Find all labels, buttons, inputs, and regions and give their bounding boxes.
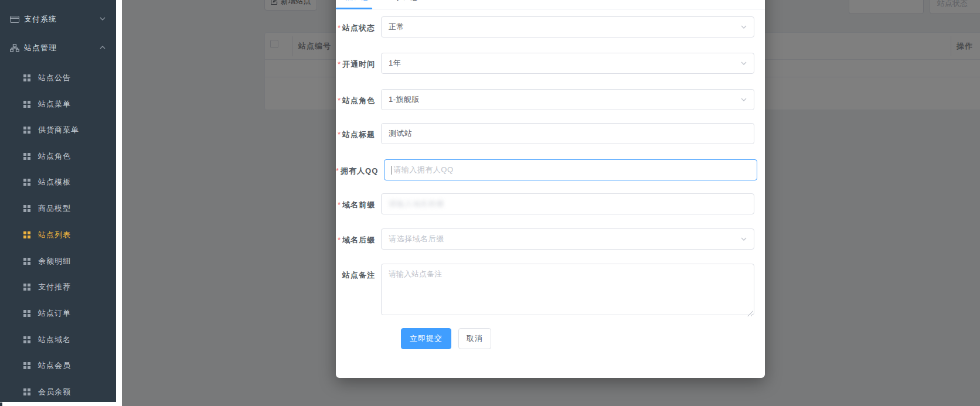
- sidebar-item-label: 站点模板: [38, 177, 71, 187]
- tab-login-info[interactable]: 登录信息: [386, 0, 419, 5]
- field-label: *站点角色: [336, 89, 375, 110]
- required-marker: *: [338, 130, 341, 139]
- sidebar-gutter: [116, 0, 122, 406]
- grid-icon: [23, 74, 30, 81]
- domain-prefix-placeholder: 请输入域名前缀: [389, 199, 444, 209]
- sidebar-item-member-balance[interactable]: 会员余额: [0, 383, 116, 401]
- cancel-button-label: 取消: [467, 333, 483, 344]
- sidebar-item-supplier-menu[interactable]: 供货商菜单: [0, 121, 116, 139]
- sidebar-item-balance-detail[interactable]: 余额明细: [0, 253, 116, 270]
- grid-icon: [23, 310, 30, 317]
- form-row-site-title: *站点标题 测试站: [336, 123, 765, 144]
- sidebar-item-site-orders[interactable]: 站点订单: [0, 305, 116, 322]
- grid-icon: [23, 127, 30, 134]
- site-remark-textarea[interactable]: [381, 264, 754, 315]
- required-marker: *: [338, 60, 341, 69]
- site-title-value: 测试站: [389, 128, 413, 139]
- text-caret: [392, 166, 392, 175]
- grid-icon: [23, 336, 30, 343]
- sidebar-item-label: 站点域名: [38, 335, 71, 345]
- sidebar-item-label: 商品模型: [38, 203, 71, 214]
- sitemap-icon: [10, 44, 19, 52]
- sidebar-group-label: 支付系统: [24, 14, 57, 25]
- owner-qq-input[interactable]: 请输入拥有人QQ: [384, 159, 757, 180]
- domain-suffix-placeholder: 请选择域名后缀: [389, 234, 444, 244]
- site-role-select[interactable]: 1-旗舰版: [381, 89, 754, 110]
- field-label: *域名后缀: [336, 228, 375, 250]
- grid-icon: [23, 101, 30, 108]
- submit-button[interactable]: 立即提交: [401, 328, 451, 349]
- field-label: *开通时间: [336, 53, 375, 74]
- grid-icon: [23, 284, 30, 291]
- field-label: *拥有人QQ: [336, 159, 378, 180]
- required-marker: *: [338, 23, 341, 32]
- required-marker: *: [336, 166, 339, 175]
- sidebar-item-label: 余额明细: [38, 256, 71, 267]
- required-marker: *: [338, 200, 341, 209]
- sidebar-item-label: 站点公告: [38, 73, 71, 83]
- sidebar-item-site-list[interactable]: 站点列表: [0, 226, 116, 244]
- sidebar-item-site-announcement[interactable]: 站点公告: [0, 69, 116, 87]
- grid-icon: [23, 388, 30, 395]
- sidebar-item-site-members[interactable]: 站点会员: [0, 357, 116, 374]
- owner-qq-placeholder: 请输入拥有人QQ: [393, 165, 453, 175]
- sidebar-group-payment-system[interactable]: 支付系统: [0, 11, 116, 28]
- dialog-tabs: 站点信息 登录信息: [336, 0, 765, 9]
- form-row-domain-prefix: *域名前缀 请输入域名前缀: [336, 193, 765, 214]
- domain-suffix-select[interactable]: 请选择域名后缀: [381, 228, 754, 250]
- field-label: 站点备注: [336, 264, 375, 318]
- grid-icon: [23, 179, 30, 186]
- chevron-up-icon: [100, 46, 106, 49]
- sidebar-item-label: 供货商菜单: [38, 125, 79, 135]
- sidebar-item-site-template[interactable]: 站点模板: [0, 173, 116, 191]
- tab-site-info[interactable]: 站点信息: [337, 0, 370, 5]
- site-status-select[interactable]: 正常: [381, 16, 754, 37]
- credit-card-icon: [10, 16, 19, 23]
- form-row-owner-qq: *拥有人QQ 请输入拥有人QQ: [336, 159, 765, 180]
- form-row-site-role: *站点角色 1-旗舰版: [336, 89, 765, 110]
- form-row-open-duration: *开通时间 1年: [336, 53, 765, 74]
- sidebar-item-label: 站点列表: [38, 230, 71, 240]
- chevron-down-icon: [741, 62, 747, 65]
- submit-button-label: 立即提交: [410, 333, 443, 344]
- form-row-domain-suffix: *域名后缀 请选择域名后缀: [336, 228, 765, 250]
- site-edit-dialog: 站点信息 登录信息 *站点状态 正常 *开通时间 1年 *站点角: [336, 0, 765, 378]
- chevron-down-icon: [741, 25, 747, 29]
- sidebar-item-label: 站点角色: [38, 151, 71, 162]
- open-duration-select[interactable]: 1年: [381, 53, 754, 74]
- field-label: *站点标题: [336, 123, 375, 144]
- sidebar-item-label: 站点订单: [38, 308, 71, 319]
- sidebar-item-site-role[interactable]: 站点角色: [0, 148, 116, 165]
- sidebar-item-product-model[interactable]: 商品模型: [0, 200, 116, 217]
- sidebar-item-payment-recommend[interactable]: 支付推荐: [0, 278, 116, 296]
- sidebar: 支付系统 站点管理 站点公告 站点菜单 供货商菜单 站点角色: [0, 0, 116, 402]
- sidebar-item-site-menu[interactable]: 站点菜单: [0, 95, 116, 113]
- sidebar-item-label: 站点会员: [38, 360, 71, 371]
- sidebar-group-label: 站点管理: [24, 43, 57, 53]
- chevron-down-icon: [741, 237, 747, 241]
- chevron-down-icon: [100, 17, 106, 21]
- grid-icon: [23, 258, 30, 265]
- form-row-site-status: *站点状态 正常: [336, 16, 765, 37]
- grid-icon: [23, 231, 30, 238]
- open-duration-value: 1年: [389, 58, 401, 69]
- field-label: *站点状态: [336, 16, 375, 37]
- grid-icon: [23, 362, 30, 369]
- field-label: *域名前缀: [336, 193, 375, 214]
- required-marker: *: [338, 96, 341, 105]
- site-title-input[interactable]: 测试站: [381, 123, 754, 144]
- cancel-button[interactable]: 取消: [458, 328, 491, 349]
- required-marker: *: [338, 236, 341, 244]
- site-status-value: 正常: [389, 22, 404, 32]
- form-row-site-remark: 站点备注: [336, 264, 765, 318]
- sidebar-group-site-management[interactable]: 站点管理: [0, 39, 116, 57]
- domain-prefix-input[interactable]: 请输入域名前缀: [381, 193, 754, 214]
- grid-icon: [23, 153, 30, 160]
- chevron-down-icon: [741, 98, 747, 101]
- sidebar-item-label: 站点菜单: [38, 99, 71, 110]
- grid-icon: [23, 205, 30, 212]
- sidebar-item-label: 支付推荐: [38, 282, 71, 292]
- sidebar-item-site-domain[interactable]: 站点域名: [0, 331, 116, 349]
- site-role-value: 1-旗舰版: [389, 94, 420, 105]
- scroll-corner: [0, 402, 2, 406]
